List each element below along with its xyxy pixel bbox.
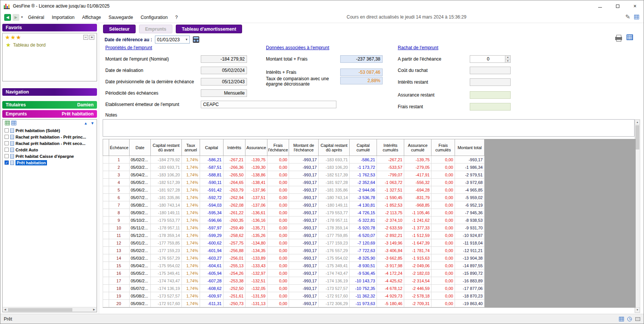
- scrollbar-thumb[interactable]: [635, 125, 639, 150]
- forward-button[interactable]: ▶: [13, 14, 19, 21]
- menu-sauvegarde[interactable]: Sauvegarde: [105, 13, 137, 22]
- table-row[interactable]: 1705/06/2...-174 743,471,74%-607,28-253,…: [103, 277, 485, 285]
- tree-item[interactable]: ✓Prêt habitation: [3, 159, 97, 166]
- table-row[interactable]: 105/02/2...-184 279,921,74%-586,21-267,2…: [103, 156, 485, 164]
- tree-item[interactable]: Rachat prêt habitation - Prêt princ...: [3, 134, 97, 140]
- column-header[interactable]: Montant de l'échéance: [289, 139, 319, 156]
- section-proprietes-title[interactable]: Propriétés de l'emprunt: [105, 45, 152, 50]
- column-header[interactable]: Intérêts: [223, 139, 245, 156]
- a-partir-echeance-stepper[interactable]: 0 ▲ ▼: [470, 55, 511, 63]
- collapse-favorites-button[interactable]: −: [83, 35, 88, 40]
- history-clock-icon[interactable]: [627, 317, 632, 321]
- column-header[interactable]: Assurance: [245, 139, 267, 156]
- reference-date-select[interactable]: 01/01/2023 ▼: [155, 36, 190, 44]
- navigation-header[interactable]: Navigation: [2, 88, 97, 96]
- scrollbar-thumb[interactable]: [8, 308, 72, 312]
- menu-configuration[interactable]: Configuration: [137, 13, 171, 22]
- column-header[interactable]: Frais cumulés: [431, 139, 455, 156]
- tree-item-checkbox[interactable]: [5, 148, 9, 152]
- table-row[interactable]: 1405/03/2...-176 557,291,74%-603,27-256,…: [103, 254, 485, 262]
- table-row[interactable]: 305/04/2...-183 106,201,74%-588,81-265,5…: [103, 171, 485, 179]
- move-down-icon[interactable]: ▼: [91, 121, 94, 125]
- table-row[interactable]: 1905/08/2...-173 527,571,74%-609,97-251,…: [103, 292, 485, 300]
- scroll-up-icon[interactable]: ▲: [635, 120, 640, 125]
- row-selector[interactable]: [103, 300, 109, 307]
- row-selector[interactable]: [103, 292, 109, 300]
- print-icon[interactable]: [615, 37, 622, 40]
- row-selector[interactable]: [103, 179, 109, 186]
- column-header[interactable]: Frais l'échéance: [267, 139, 289, 156]
- titulaires-header[interactable]: Titulaires Damien: [2, 101, 97, 109]
- column-header[interactable]: Capital: [200, 139, 223, 156]
- scroll-left-icon[interactable]: ◀: [3, 308, 8, 311]
- scroll-down-icon[interactable]: ▼: [635, 307, 640, 313]
- row-selector[interactable]: [103, 164, 109, 171]
- favorite-star-icon[interactable]: ★: [16, 34, 21, 40]
- tree-item-checkbox[interactable]: [5, 154, 9, 158]
- row-selector[interactable]: [103, 247, 109, 254]
- tree-item-checkbox[interactable]: [5, 135, 9, 139]
- column-header[interactable]: Taux annuel: [181, 139, 200, 156]
- row-selector[interactable]: [103, 217, 109, 224]
- row-selector[interactable]: [103, 194, 109, 201]
- calculator-icon[interactable]: [193, 36, 199, 43]
- favorite-star-icon[interactable]: ★: [5, 34, 10, 40]
- montant-emprunt-field[interactable]: -184 279,92: [201, 55, 247, 63]
- row-selector[interactable]: [103, 262, 109, 269]
- back-button[interactable]: ◀: [4, 14, 11, 21]
- scroll-right-icon[interactable]: ▶: [92, 308, 97, 311]
- stepper-up-icon[interactable]: ▲: [505, 56, 510, 59]
- table-view-icon[interactable]: [634, 15, 639, 19]
- column-header[interactable]: Capital cumulé: [350, 139, 377, 156]
- column-header[interactable]: Capital restant dû après: [319, 139, 350, 156]
- grid-settings-icon[interactable]: [627, 34, 633, 40]
- stepper-down-icon[interactable]: ▼: [505, 59, 510, 63]
- tree-item-checkbox[interactable]: [5, 128, 9, 132]
- favorite-item-dashboard[interactable]: ★ Tableau de bord: [3, 41, 97, 48]
- expand-favorites-button[interactable]: +: [89, 35, 94, 40]
- date-derniere-echeance-field[interactable]: 05/12/2043: [201, 78, 247, 86]
- column-header[interactable]: Intérêts cumulés: [377, 139, 404, 156]
- tree-item-checkbox[interactable]: [5, 141, 9, 145]
- column-header[interactable]: Capital restant dû avant: [150, 139, 181, 156]
- tree-item[interactable]: Rachat prêt habitation - Prêt seco...: [3, 140, 97, 146]
- screen-icon[interactable]: [635, 317, 640, 321]
- row-selector[interactable]: [103, 186, 109, 194]
- close-button[interactable]: ×: [626, 0, 644, 12]
- favoris-header[interactable]: Favoris: [2, 24, 97, 31]
- tree-item[interactable]: Prêt habitat Caisse d'épargne: [3, 153, 97, 159]
- emprunts-header[interactable]: Emprunts Prêt habitation: [2, 110, 97, 118]
- menu-general[interactable]: Général: [24, 13, 48, 22]
- row-selector[interactable]: [103, 201, 109, 209]
- view-grid-icon[interactable]: [619, 317, 624, 321]
- table-row[interactable]: 205/03/2...-183 693,711,74%-587,51-266,3…: [103, 164, 485, 171]
- table-row[interactable]: 1205/01/2...-177 759,851,74%-600,62-257,…: [103, 239, 485, 247]
- menu-help[interactable]: ?: [172, 13, 182, 22]
- table-row[interactable]: 505/06/2...-181 927,281,74%-591,42-263,7…: [103, 186, 485, 194]
- column-header[interactable]: Assurance cumulé: [404, 139, 431, 156]
- row-selector[interactable]: [103, 171, 109, 179]
- table-row[interactable]: 905/10/2...-179 553,771,74%-596,66-260,3…: [103, 217, 485, 224]
- date-realisation-field[interactable]: 05/02/2024: [201, 67, 247, 74]
- row-selector[interactable]: [103, 285, 109, 292]
- row-selector[interactable]: [103, 239, 109, 247]
- history-dropdown-icon[interactable]: ▼: [20, 16, 23, 19]
- move-up-icon[interactable]: ▲: [84, 121, 88, 125]
- table-row[interactable]: 805/09/2...-180 149,111,74%-595,34-261,2…: [103, 209, 485, 217]
- favorite-star-icon[interactable]: ★: [10, 34, 15, 40]
- row-selector[interactable]: [103, 269, 109, 277]
- new-item-icon[interactable]: [5, 121, 10, 125]
- table-row[interactable]: 1805/07/2...-174 136,191,74%-608,62-252,…: [103, 285, 485, 292]
- table-row[interactable]: 1505/04/2...-175 954,021,74%-604,61-255,…: [103, 262, 485, 269]
- edit-icon[interactable]: ✎: [625, 13, 630, 20]
- row-selector[interactable]: [103, 277, 109, 285]
- selecteur-button[interactable]: Sélecteur: [103, 25, 136, 33]
- tree-item[interactable]: Prêt habitation (Soldé): [3, 127, 97, 134]
- edit-item-icon[interactable]: [11, 121, 16, 125]
- table-row[interactable]: 2005/09/2...-172 917,601,74%-611,31-250,…: [103, 300, 485, 307]
- section-rachat-title[interactable]: Rachat de l'emprunt: [398, 45, 438, 50]
- tree-horizontal-scrollbar[interactable]: ◀ ▶: [3, 307, 97, 312]
- row-selector[interactable]: [103, 209, 109, 217]
- tableau-amortissement-button[interactable]: Tableau d'amortissement: [176, 25, 242, 33]
- column-header[interactable]: Date: [129, 139, 150, 156]
